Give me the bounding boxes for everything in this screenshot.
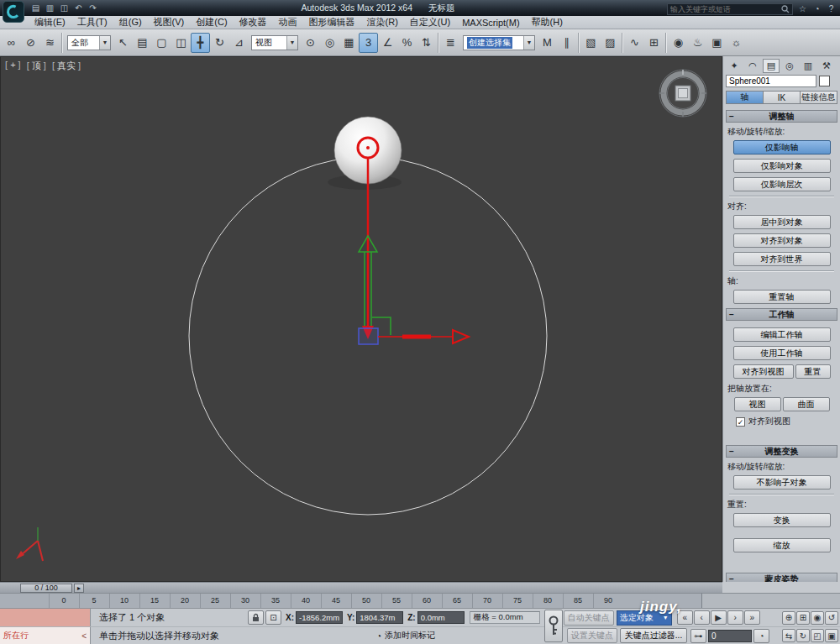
align-to-object-button[interactable]: 对齐到对象 bbox=[733, 233, 831, 248]
set-keys-button[interactable] bbox=[544, 610, 563, 642]
previous-frame-button[interactable]: ‹ bbox=[694, 610, 710, 625]
tab-pivot[interactable]: 轴 bbox=[726, 91, 764, 104]
affect-hierarchy-only-button[interactable]: 仅影响层次 bbox=[733, 177, 831, 191]
rollout-adjust-pivot[interactable]: − 调整轴 bbox=[726, 110, 837, 123]
track-bar[interactable]: 051015202530354045505560657075808590 bbox=[0, 593, 702, 608]
rectangular-selection-region-icon[interactable]: ▢ bbox=[152, 33, 171, 53]
y-coordinate-input[interactable] bbox=[356, 611, 403, 624]
use-working-pivot-button[interactable]: 使用工作轴 bbox=[733, 346, 831, 360]
absolute-offset-mode-toggle[interactable]: ⊡ bbox=[265, 610, 281, 625]
save-file-icon[interactable]: ◫ bbox=[59, 1, 70, 15]
render-setup-icon[interactable]: ♨ bbox=[688, 33, 707, 53]
affect-pivot-only-button[interactable]: 仅影响轴 bbox=[733, 140, 831, 154]
menu-item[interactable]: 视图(V) bbox=[148, 16, 191, 29]
bind-to-space-warp-icon[interactable]: ≋ bbox=[40, 33, 60, 53]
maxscript-mini-listener[interactable]: 所在行 < bbox=[0, 627, 91, 644]
maxscript-macro-recorder[interactable] bbox=[0, 609, 91, 626]
schematic-view-icon[interactable]: ⊞ bbox=[644, 33, 664, 53]
menu-item[interactable]: 创建(C) bbox=[190, 16, 233, 29]
reset-pivot-button[interactable]: 重置轴 bbox=[733, 290, 831, 304]
select-by-name-icon[interactable]: ▤ bbox=[133, 33, 152, 53]
zoom-extents-icon[interactable]: ◉ bbox=[811, 611, 824, 625]
dont-affect-children-button[interactable]: 不影响子对象 bbox=[733, 475, 831, 490]
search-input[interactable] bbox=[670, 5, 781, 13]
time-configuration-button[interactable]: ◔ bbox=[753, 629, 769, 643]
center-to-object-button[interactable]: 居中到对象 bbox=[733, 215, 831, 229]
current-frame-input[interactable] bbox=[708, 630, 752, 642]
undo-icon[interactable]: ↶ bbox=[73, 1, 84, 15]
align-to-view-checkbox[interactable]: ✓ bbox=[736, 417, 745, 427]
graphite-ribbon-icon[interactable]: ▨ bbox=[601, 33, 620, 53]
align-to-view-button[interactable]: 对齐到视图 bbox=[733, 364, 794, 379]
motion-tab-icon[interactable]: ◎ bbox=[781, 59, 798, 73]
search-icon[interactable] bbox=[781, 5, 790, 13]
create-tab-icon[interactable]: ✦ bbox=[726, 59, 743, 73]
hierarchy-tab-icon[interactable]: ▤ bbox=[763, 59, 780, 73]
select-and-manipulate-icon[interactable]: ◎ bbox=[320, 33, 339, 53]
orbit-icon[interactable]: ↻ bbox=[796, 629, 810, 642]
listener-scroll-icon[interactable]: < bbox=[81, 631, 87, 641]
zoom-all-icon[interactable]: ⊞ bbox=[796, 611, 810, 625]
pan-view-icon[interactable]: ⇆ bbox=[782, 629, 795, 642]
menu-item[interactable]: 渲染(R) bbox=[361, 16, 404, 29]
viewport-general-menu[interactable]: + bbox=[5, 60, 21, 72]
viewport-shading-menu[interactable]: 真实 bbox=[52, 60, 81, 72]
modify-tab-icon[interactable]: ◠ bbox=[744, 59, 761, 73]
select-and-scale-icon[interactable]: ⊿ bbox=[229, 33, 249, 53]
key-filters-button[interactable]: 关键点过滤器... bbox=[620, 628, 687, 643]
menu-item[interactable]: 帮助(H) bbox=[526, 16, 569, 29]
dropdown-arrow-icon[interactable]: ▼ bbox=[523, 36, 534, 50]
viewport-pov-menu[interactable]: 顶 bbox=[27, 60, 46, 72]
rollout-adjust-transform[interactable]: − 调整变换 bbox=[726, 445, 837, 458]
select-object-icon[interactable]: ↖ bbox=[113, 33, 133, 53]
select-and-rotate-icon[interactable]: ↻ bbox=[210, 33, 229, 53]
set-key-mode-button[interactable]: 设置关键点 bbox=[567, 628, 617, 643]
object-name-input[interactable] bbox=[726, 75, 816, 87]
select-and-link-icon[interactable]: ∞ bbox=[2, 33, 21, 53]
open-file-icon[interactable]: ▥ bbox=[45, 1, 55, 15]
zoom-region-icon[interactable]: ↺ bbox=[825, 611, 838, 625]
dropdown-arrow-icon[interactable]: ▼ bbox=[99, 36, 110, 50]
reset-working-pivot-button[interactable]: 重置 bbox=[795, 364, 831, 379]
rendered-frame-window-icon[interactable]: ▣ bbox=[707, 33, 727, 53]
reset-scale-button[interactable]: 缩放 bbox=[733, 538, 831, 552]
reset-transform-button[interactable]: 变换 bbox=[733, 513, 831, 527]
selection-lock-toggle[interactable] bbox=[248, 610, 264, 625]
menu-item[interactable]: 工具(T) bbox=[71, 16, 113, 29]
tab-link-info[interactable]: 链接信息 bbox=[801, 91, 837, 104]
app-logo-icon[interactable] bbox=[3, 1, 24, 23]
percent-snap-icon[interactable]: % bbox=[397, 33, 417, 53]
time-slider-track[interactable]: 0 / 100 ▸ bbox=[0, 582, 722, 593]
play-animation-button[interactable]: ▶ bbox=[711, 610, 727, 625]
material-editor-icon[interactable]: ◉ bbox=[669, 33, 688, 53]
edit-named-selection-sets-icon[interactable]: ≣ bbox=[441, 33, 460, 53]
time-slider-next-button[interactable]: ▸ bbox=[74, 584, 84, 593]
display-tab-icon[interactable]: ▥ bbox=[800, 59, 816, 73]
maximize-viewport-toggle-icon[interactable]: ◰ bbox=[811, 629, 824, 642]
next-frame-button[interactable]: › bbox=[727, 610, 743, 625]
edit-working-pivot-button[interactable]: 编辑工作轴 bbox=[733, 327, 831, 342]
redo-icon[interactable]: ↷ bbox=[87, 1, 98, 15]
unlink-selection-icon[interactable]: ⊘ bbox=[21, 33, 40, 53]
zoom-icon[interactable]: ⊕ bbox=[782, 611, 795, 625]
key-mode-toggle[interactable]: ⊶ bbox=[690, 629, 706, 643]
transform-gizmo-center[interactable] bbox=[359, 328, 378, 344]
x-coordinate-input[interactable] bbox=[296, 611, 343, 624]
viewport-canvas[interactable] bbox=[1, 57, 722, 581]
spinner-snap-icon[interactable]: ⇅ bbox=[417, 33, 436, 53]
place-on-surface-button[interactable]: 曲面 bbox=[783, 397, 830, 411]
mirror-icon[interactable]: M bbox=[538, 33, 557, 53]
search-box[interactable] bbox=[667, 3, 793, 15]
new-scene-icon[interactable]: ▤ bbox=[30, 1, 41, 15]
menu-item[interactable]: MAXScript(M) bbox=[456, 18, 525, 28]
x-axis-arrowhead[interactable] bbox=[453, 330, 469, 343]
menu-item[interactable]: 自定义(U) bbox=[404, 16, 456, 29]
reference-coordinate-dropdown[interactable]: 视图 ▼ bbox=[251, 35, 298, 50]
z-coordinate-input[interactable] bbox=[417, 611, 465, 624]
tab-ik[interactable]: IK bbox=[764, 91, 801, 104]
add-time-tag[interactable]: ◔ 添加时间标记 bbox=[376, 630, 477, 641]
affect-object-only-button[interactable]: 仅影响对象 bbox=[733, 159, 831, 173]
layer-manager-icon[interactable]: ▧ bbox=[581, 33, 601, 53]
render-production-icon[interactable]: ☼ bbox=[727, 33, 746, 53]
time-slider-handle[interactable]: 0 / 100 bbox=[20, 584, 72, 593]
